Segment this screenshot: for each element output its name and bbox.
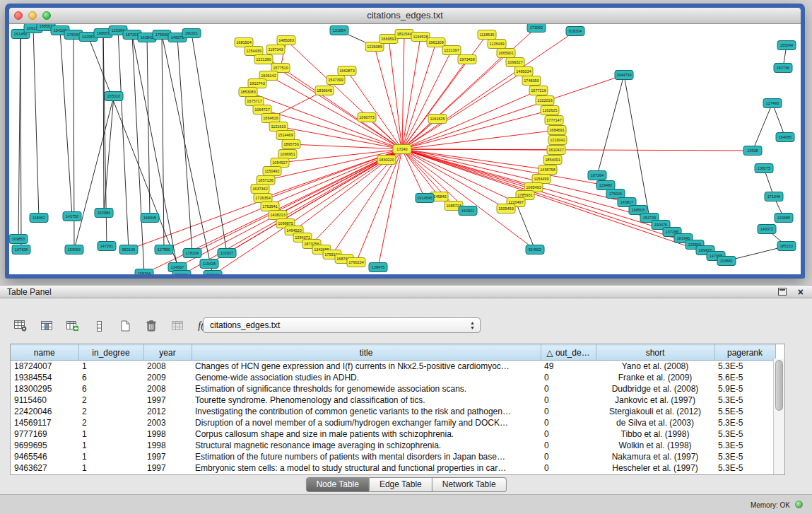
network-graph[interactable]: 1724016815041254439122139011973431485083… [9, 24, 801, 274]
minimize-button[interactable] [28, 11, 37, 20]
table-cell[interactable]: Franke et al. (2009) [596, 372, 714, 383]
graph-node[interactable]: 164921 [459, 206, 477, 216]
graph-node[interactable]: 164085 [776, 133, 794, 142]
new-file-icon[interactable] [116, 317, 134, 334]
table-cell[interactable]: 5.5E-5 [714, 406, 775, 417]
column-header-2[interactable]: in_degree [78, 345, 143, 361]
graph-node[interactable]: 1121610 [269, 122, 288, 132]
graph-edge[interactable] [18, 34, 20, 239]
table-row[interactable]: 946554611997Estimation of the future num… [11, 451, 775, 462]
graph-node[interactable]: 187364 [588, 171, 606, 180]
graph-node[interactable]: 1485034 [514, 67, 533, 76]
table-cell[interactable]: 5.3E-5 [714, 361, 775, 372]
table-cell[interactable]: Stergiakouli et al. (2012) [596, 406, 714, 417]
graph-node[interactable]: 1099327 [506, 58, 524, 67]
table-cell[interactable]: Hescheler et al. (1997) [596, 462, 714, 474]
table-cell[interactable]: 9463627 [11, 462, 78, 474]
graph-node[interactable]: 1547399 [326, 76, 345, 85]
graph-node[interactable]: 118362 [30, 214, 48, 223]
delete-icon[interactable] [142, 317, 160, 334]
graph-node[interactable]: 1637342 [251, 185, 269, 194]
column-header-6[interactable]: short [596, 345, 714, 361]
graph-edge[interactable] [20, 34, 21, 250]
table-options-icon[interactable] [11, 317, 30, 334]
graph-node[interactable]: 1514469 [276, 131, 295, 140]
table-cell[interactable]: 1 [78, 462, 143, 474]
graph-node[interactable]: 193681 [717, 257, 736, 266]
graph-node[interactable]: 1125439 [488, 40, 506, 49]
graph-edge[interactable] [772, 103, 785, 137]
graph-node[interactable]: 147291 [98, 242, 116, 251]
network-window[interactable]: citations_edges.txt 17240168150412544391… [5, 4, 805, 279]
table-cell[interactable]: Tibbo et al. (1998) [596, 428, 714, 440]
table-cell[interactable]: Investigating the contribution of common… [192, 406, 541, 417]
graph-node[interactable]: 1197343 [266, 45, 285, 54]
row-icon[interactable] [90, 317, 108, 334]
close-panel-icon[interactable]: × [798, 286, 804, 298]
table-cell[interactable]: 1997 [143, 451, 192, 462]
graph-node[interactable]: 185210 [777, 242, 796, 251]
graph-node[interactable]: 1408213 [269, 211, 287, 220]
graph-node[interactable]: 1096951 [278, 150, 297, 159]
graph-node[interactable]: 175026 [606, 189, 625, 199]
graph-node[interactable]: 205310 [105, 92, 123, 101]
graph-edge[interactable] [60, 30, 72, 216]
network-canvas[interactable]: 1724016815041254439122139011973431485083… [9, 24, 801, 274]
table-cell[interactable]: Corpus callosum shape and size in male p… [192, 428, 541, 440]
tab-node-table[interactable]: Node Table [305, 477, 370, 492]
graph-node[interactable]: 186502 [172, 271, 191, 275]
edit-table-icon[interactable] [64, 317, 82, 334]
table-cell[interactable]: 2008 [143, 383, 192, 395]
table-scrollbar[interactable] [773, 358, 784, 474]
graph-node[interactable]: 173062 [527, 24, 546, 33]
table-cell[interactable]: 2 [78, 417, 143, 428]
tab-edge-table[interactable]: Edge Table [370, 477, 433, 492]
graph-node[interactable]: 178204 [183, 249, 201, 258]
graph-node[interactable]: 1973458 [458, 55, 476, 64]
table-cell[interactable]: 1998 [143, 440, 192, 451]
graph-edge[interactable] [402, 149, 606, 185]
table-cell[interactable]: de Silva et al. (2003) [596, 417, 714, 428]
table-cell[interactable]: 2008 [143, 361, 192, 372]
table-cell[interactable]: 5.3E-5 [714, 451, 775, 462]
graph-node[interactable]: 159063 [65, 245, 83, 255]
table-cell[interactable]: 0 [541, 451, 596, 462]
table-cell[interactable]: 14569117 [11, 417, 78, 428]
table-row[interactable]: 969969511998Structural magnetic resonanc… [11, 440, 775, 451]
graph-edge[interactable] [402, 37, 420, 149]
table-cell[interactable]: 2003 [143, 417, 192, 428]
graph-edge[interactable] [88, 37, 182, 274]
graph-edge[interactable] [402, 75, 624, 149]
graph-node[interactable]: 1090773 [358, 113, 376, 122]
table-cell[interactable]: Jankovic et al. (1997) [596, 395, 714, 406]
table-cell[interactable]: 18300295 [11, 383, 78, 395]
table-cell[interactable]: 1997 [143, 395, 192, 406]
graph-edge[interactable] [402, 59, 467, 149]
column-header-1[interactable]: name [11, 345, 78, 361]
graph-edge[interactable] [597, 75, 624, 175]
table-row[interactable]: 1872400712008Changes of HCN gene express… [11, 361, 775, 372]
table-cell[interactable]: 5.3E-5 [714, 428, 775, 440]
table-cell[interactable]: 1 [78, 451, 143, 462]
graph-node[interactable]: 1577216 [529, 86, 548, 95]
graph-node[interactable]: 1854091 [543, 156, 562, 165]
graph-edge[interactable] [177, 149, 402, 267]
graph-edge[interactable] [162, 35, 213, 274]
table-cell[interactable]: 6 [78, 372, 143, 383]
graph-node[interactable]: 109853 [9, 235, 28, 244]
graph-edge[interactable] [213, 149, 402, 274]
table-cell[interactable]: Estimation of significance thresholds fo… [192, 383, 541, 395]
graph-node[interactable]: 137428 [12, 245, 30, 255]
graph-node[interactable]: 1322016 [536, 96, 554, 105]
graph-node[interactable]: 127850 [155, 245, 173, 255]
graph-node[interactable]: 1485083 [277, 36, 295, 45]
graph-node[interactable]: 1495758 [539, 165, 557, 175]
table-row[interactable]: 1938455462009Genome-wide association stu… [11, 372, 775, 383]
graph-node[interactable]: 924502 [526, 245, 544, 255]
graph-edge[interactable] [402, 34, 404, 149]
table-cell[interactable]: 0 [541, 428, 596, 440]
graph-node[interactable]: 1064727 [253, 105, 271, 115]
graph-node[interactable]: 1161625 [428, 115, 447, 124]
graph-node[interactable]: 1777147 [545, 116, 563, 125]
graph-edge[interactable] [753, 103, 772, 151]
